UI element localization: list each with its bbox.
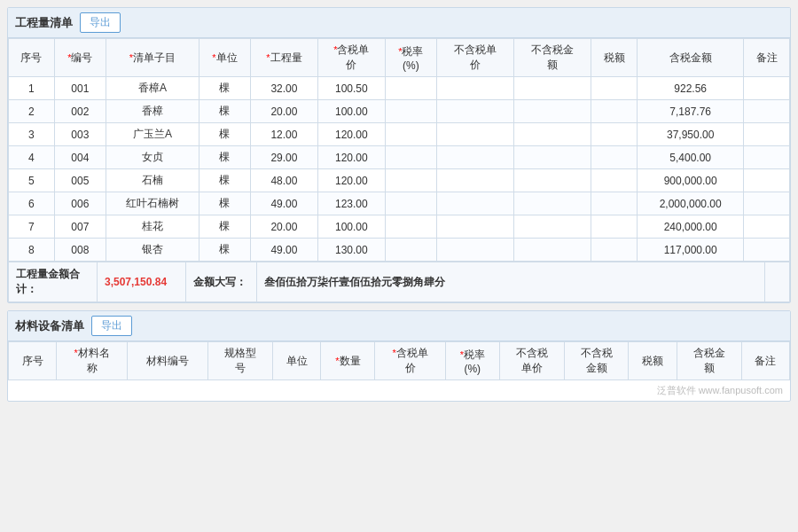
table-cell (436, 123, 513, 146)
table-cell: 29.00 (251, 146, 318, 169)
table-cell (591, 146, 638, 169)
table-cell (385, 123, 436, 146)
section1-export-button[interactable]: 导出 (80, 12, 121, 33)
s2-col-matcode: 材料编号 (127, 342, 207, 380)
table-cell: 100.00 (317, 215, 385, 239)
table-cell: 003 (54, 123, 106, 146)
table-cell (591, 169, 638, 192)
table-cell: 棵 (199, 123, 250, 146)
table-cell: 123.00 (317, 192, 385, 215)
table-row: 6006红叶石楠树棵49.00123.002,000,000.00 (9, 192, 790, 215)
table-cell (385, 192, 436, 215)
section1-table: 序号 *编号 *清单子目 *单位 *工程量 *含税单价 *税率(%) 不含税单价… (8, 38, 790, 262)
table-cell: 7,187.76 (638, 100, 744, 123)
table-cell (385, 100, 436, 123)
section1-header: 工程量清单 导出 (8, 8, 790, 38)
table-row: 3003广玉兰A棵12.00120.0037,950.00 (9, 123, 790, 146)
table-row: 8008银杏棵49.00130.00117,000.00 (9, 239, 790, 262)
amount-label: 金额大写： (186, 262, 257, 302)
table-row: 2002香樟棵20.00100.007,187.76 (9, 100, 790, 123)
table-cell: 922.56 (638, 77, 744, 100)
table-cell (744, 77, 790, 100)
s2-col-taxunit: *含税单价 (375, 342, 446, 380)
table-cell (744, 146, 790, 169)
table-cell: 37,950.00 (638, 123, 744, 146)
table-cell: 棵 (199, 77, 250, 100)
section2-export-button[interactable]: 导出 (91, 316, 132, 336)
table-cell: 5,400.00 (638, 146, 744, 169)
table-cell: 120.00 (317, 146, 385, 169)
table-cell: 001 (54, 77, 106, 100)
col-notax-amount: 不含税金额 (514, 39, 591, 77)
table-cell (385, 146, 436, 169)
table-cell (436, 239, 513, 262)
table-cell: 7 (9, 215, 55, 239)
s2-col-tax: 税额 (629, 342, 677, 380)
table-cell: 香樟 (106, 100, 199, 123)
table-cell (514, 146, 591, 169)
table-cell: 130.00 (317, 239, 385, 262)
table-cell: 桂花 (106, 215, 199, 239)
table-cell (385, 215, 436, 239)
table-cell (436, 77, 513, 100)
table-cell: 117,000.00 (638, 239, 744, 262)
col-tax: 税额 (591, 39, 638, 77)
col-tax-unit: *含税单价 (317, 39, 385, 77)
table-cell (385, 77, 436, 100)
section1-table-wrapper: 序号 *编号 *清单子目 *单位 *工程量 *含税单价 *税率(%) 不含税单价… (8, 38, 790, 262)
section2-title: 材料设备清单 (15, 318, 84, 334)
table-cell (436, 215, 513, 239)
material-equipment-section: 材料设备清单 导出 序号 *材料名称 材料编号 规格型号 单位 *数量 *含税单… (7, 310, 791, 402)
table-cell: 48.00 (251, 169, 318, 192)
table-cell (436, 100, 513, 123)
table-cell: 棵 (199, 169, 250, 192)
section1-footer-row: 工程量金额合计： 3,507,150.84 金额大写： 叁佰伍拾万柒仟壹佰伍拾元… (9, 262, 790, 302)
table-cell (744, 192, 790, 215)
total-label: 工程量金额合计： (9, 262, 98, 302)
table-cell: 20.00 (251, 215, 318, 239)
table-cell: 广玉兰A (106, 123, 199, 146)
col-quantity: *工程量 (251, 39, 318, 77)
s2-col-notaxunit: 不含税单价 (499, 342, 564, 380)
table-cell: 5 (9, 169, 55, 192)
table-cell: 8 (9, 239, 55, 262)
table-cell: 棵 (199, 215, 250, 239)
table-cell: 6 (9, 192, 55, 215)
s2-col-seq: 序号 (9, 342, 57, 380)
table-cell (436, 146, 513, 169)
table-cell: 红叶石楠树 (106, 192, 199, 215)
s2-col-notaxamt: 不含税金额 (564, 342, 629, 380)
table-row: 4004女贞棵29.00120.005,400.00 (9, 146, 790, 169)
table-cell (514, 239, 591, 262)
table-cell: 49.00 (251, 239, 318, 262)
table-cell: 100.00 (317, 100, 385, 123)
section2-header-row: 序号 *材料名称 材料编号 规格型号 单位 *数量 *含税单价 *税率(%) 不… (9, 342, 790, 380)
table-cell: 32.00 (251, 77, 318, 100)
table-cell: 004 (54, 146, 106, 169)
table-row: 7007桂花棵20.00100.00240,000.00 (9, 215, 790, 239)
table-cell: 002 (54, 100, 106, 123)
section2-header: 材料设备清单 导出 (8, 311, 790, 341)
table-cell (514, 123, 591, 146)
table-cell (514, 100, 591, 123)
table-cell (591, 192, 638, 215)
table-cell: 棵 (199, 192, 250, 215)
table-cell: 女贞 (106, 146, 199, 169)
table-cell: 008 (54, 239, 106, 262)
table-cell: 100.50 (317, 77, 385, 100)
table-cell: 900,000.00 (638, 169, 744, 192)
table-cell (591, 123, 638, 146)
table-row: 1001香樟A棵32.00100.50922.56 (9, 77, 790, 100)
table-cell (744, 169, 790, 192)
s2-col-unit: 单位 (273, 342, 321, 380)
table-cell: 005 (54, 169, 106, 192)
table-cell: 棵 (199, 100, 250, 123)
watermark-url: www.fanpusoft.com (699, 385, 783, 395)
table-cell: 棵 (199, 146, 250, 169)
total-value: 3,507,150.84 (98, 262, 186, 302)
table-cell (591, 239, 638, 262)
col-name: *清单子目 (106, 39, 199, 77)
section2-table: 序号 *材料名称 材料编号 规格型号 单位 *数量 *含税单价 *税率(%) 不… (8, 341, 790, 380)
section1-tbody: 1001香樟A棵32.00100.50922.562002香樟棵20.00100… (9, 77, 790, 262)
s2-col-spec: 规格型号 (208, 342, 273, 380)
